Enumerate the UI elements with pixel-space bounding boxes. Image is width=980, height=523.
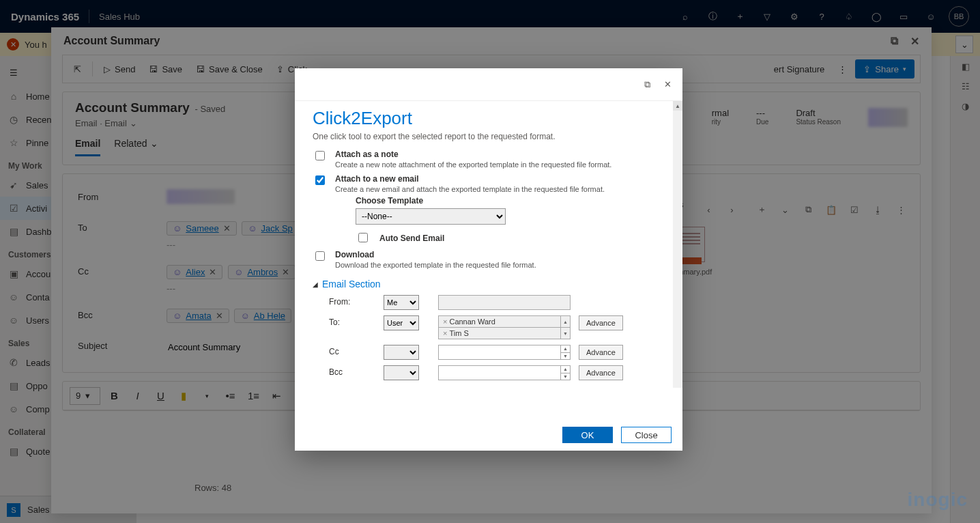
template-select[interactable]: --None-- [356,208,506,225]
lookup-spinner[interactable]: ▲▼ [560,345,570,359]
click2export-dialog: ⧉ ✕ ▲ Click2Export One click tool to exp… [295,68,682,451]
close-icon[interactable]: ✕ [664,79,672,89]
collapse-icon: ◢ [313,281,318,288]
ok-button[interactable]: OK [562,427,613,443]
to-type-select[interactable]: User [384,315,419,330]
to-label: To: [329,315,384,327]
choose-template-label: Choose Template [356,196,605,206]
dialog-header: ⧉ ✕ [295,68,682,101]
close-button[interactable]: Close [621,427,672,443]
attach-email-desc: Create a new email and attach the export… [335,185,605,193]
scrollbar[interactable]: ▲ [673,101,682,388]
dialog-description: One click tool to export the selected re… [313,132,665,141]
watermark: inogic [908,489,968,511]
auto-send-checkbox[interactable] [358,233,368,242]
from-lookup[interactable] [438,295,571,310]
dialog-footer: OK Close [295,419,682,451]
bcc-advance-button[interactable]: Advance [579,365,623,380]
remove-icon[interactable]: × [443,317,447,326]
to-token-1[interactable]: ×Cannan Ward [439,316,570,327]
download-checkbox[interactable] [315,251,325,261]
option-attach-note: Attach as a noteCreate a new note attach… [313,150,665,169]
dialog-title: Click2Export [313,108,665,129]
cc-advance-button[interactable]: Advance [579,345,623,360]
bcc-label: Bcc [329,365,384,377]
scroll-up-icon[interactable]: ▲ [673,101,682,111]
cc-label: Cc [329,345,384,356]
lookup-spinner[interactable]: ▲▼ [560,316,570,339]
email-from-row: From: Me [313,295,665,310]
option-download: DownloadDownload the exported template i… [313,250,665,269]
download-desc: Download the exported template in the re… [335,261,536,269]
to-lookup[interactable]: ×Cannan Ward ×Tim S ▲▼ [438,315,571,339]
to-advance-button[interactable]: Advance [579,315,623,330]
cc-lookup[interactable]: ▲▼ [438,345,571,360]
attach-note-checkbox[interactable] [315,151,325,160]
to-token-2[interactable]: ×Tim S [439,327,570,339]
from-select[interactable]: Me [384,295,419,310]
cc-type-select[interactable] [384,345,419,360]
attach-note-title: Attach as a note [335,150,611,159]
attach-note-desc: Create a new note attachment of the expo… [335,160,611,169]
email-to-row: To: User ×Cannan Ward ×Tim S ▲▼ Advance [313,315,665,339]
email-bcc-row: Bcc ▲▼ Advance [313,365,665,380]
remove-icon[interactable]: × [443,329,447,337]
popout-icon[interactable]: ⧉ [644,79,650,90]
email-cc-row: Cc ▲▼ Advance [313,345,665,360]
option-attach-email: Attach to a new emailCreate a new email … [313,174,665,244]
attach-email-checkbox[interactable] [315,175,325,185]
from-label: From: [329,295,384,307]
attach-email-title: Attach to a new email [335,174,605,184]
lookup-spinner[interactable]: ▲▼ [560,366,570,380]
bcc-lookup[interactable]: ▲▼ [438,365,571,380]
auto-send-label: Auto Send Email [379,234,444,243]
dialog-body: ▲ Click2Export One click tool to export … [295,101,682,419]
bcc-type-select[interactable] [384,365,419,380]
email-section-header[interactable]: ◢Email Section [313,279,665,289]
download-title: Download [335,250,536,259]
